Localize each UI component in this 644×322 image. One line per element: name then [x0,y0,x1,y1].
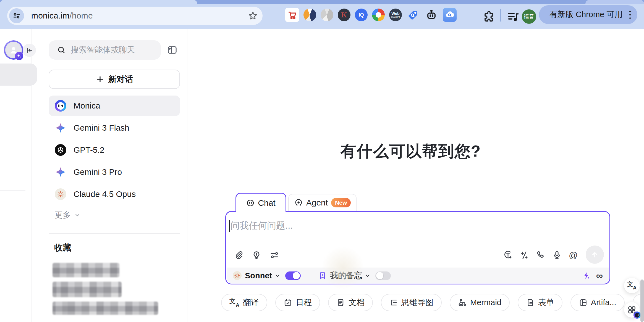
sidebar-item-gemini-flash[interactable]: Gemini 3 Flash [49,118,180,138]
collapse-sidebar-button[interactable] [23,44,36,57]
text-enhance-icon [503,250,513,260]
site-settings-button[interactable] [9,8,24,23]
extension-tag[interactable] [406,8,420,22]
model-label: Gemini 3 Flash [74,123,129,133]
gemini-star-icon [55,166,66,178]
claude-logo-icon [55,188,66,200]
memo-toggle[interactable] [375,271,391,280]
composer-placeholder: 问我任何问题... [231,220,293,232]
composer-left-tools [233,250,280,260]
cloud-search-icon [444,9,455,20]
bookmark-star-button[interactable] [248,10,258,21]
robot-icon [425,9,438,21]
extension-robot[interactable] [425,8,438,22]
extension-swirl-blue[interactable] [303,9,316,21]
chip-translate[interactable]: 文A 翻译 [221,294,267,311]
browser-profile-avatar[interactable]: 福音 [522,9,536,24]
model-label: Claude 4.5 Opus [74,189,136,199]
floating-translate-button[interactable]: 文A [624,278,640,293]
webchatgpt-label-2: ChatGPT [391,16,400,18]
new-chat-button[interactable]: 新对话 [49,70,180,89]
composer-input[interactable]: 问我任何问题... [229,220,293,232]
model-toggle[interactable] [285,271,301,280]
sidebar-item-gpt[interactable]: GPT-5.2 [49,140,180,160]
translate-icon: 文A [229,298,239,308]
panel-layout-icon [167,44,178,56]
sidebar-more-button[interactable]: 更多 [55,209,81,221]
sidebar-item-monica[interactable]: Monica [49,96,180,116]
chip-label: 文档 [349,297,365,308]
extension-cloud-search[interactable] [443,8,457,22]
extension-iq[interactable]: IQ [355,9,368,21]
extension-k[interactable]: K [338,9,350,21]
monica-logo-icon [55,100,66,112]
chip-mindmap[interactable]: 思维导图 [381,294,442,311]
memo-label[interactable]: 我的备忘 [330,270,362,281]
voice-input-button[interactable] [552,250,562,260]
flowchart-icon [458,298,467,307]
extension-webchatgpt[interactable]: Web ChatGPT [389,9,402,21]
chevron-down-icon [74,212,81,218]
extensions-menu-button[interactable] [482,10,496,23]
redacted-favorite-item[interactable] [53,302,158,315]
page-title: 有什么可以帮到您? [341,141,481,162]
media-queue-button[interactable] [507,10,520,23]
model-selector-label[interactable]: Sonnet [245,271,272,280]
attach-button[interactable] [233,250,244,260]
toggle-panel-button[interactable] [165,43,180,57]
call-button[interactable] [535,250,546,260]
puzzle-icon [482,10,496,23]
browser-tab-active[interactable] [0,0,197,4]
extension-colorwheel[interactable] [372,9,385,21]
extension-k-label: K [341,11,347,19]
redacted-favorite-item[interactable] [53,263,119,277]
sidebar-item-gemini-pro[interactable]: Gemini 3 Pro [49,162,180,182]
settings-sliders-button[interactable] [269,250,280,260]
chip-document[interactable]: 文档 [328,294,373,311]
browser-menu-icon[interactable] [629,11,631,19]
extension-swirl-gray[interactable] [321,9,333,21]
chip-label: Artifa... [591,298,616,307]
sparkle-icon [16,53,22,59]
chevron-down-icon[interactable] [274,272,281,279]
tab-chat-label: Chat [258,198,275,208]
gpt-logo-icon [55,144,66,156]
address-bar[interactable]: monica.im/home [7,7,263,25]
prompt-library-button[interactable] [519,250,530,260]
chip-schedule[interactable]: 日程 [275,294,320,311]
artifact-layout-icon [579,298,587,307]
url-path: /home [70,11,93,20]
tab-chat[interactable]: Chat [235,193,286,212]
floating-apps-button[interactable] [624,302,640,318]
sidebar-item-claude[interactable]: Claude 4.5 Opus [49,184,180,204]
url-text[interactable]: monica.im/home [31,11,93,20]
chip-form[interactable]: 表单 [518,294,562,311]
ideas-button[interactable] [251,250,262,260]
scrollbar-thumb[interactable] [640,279,644,322]
chip-label: Mermaid [470,298,501,307]
chevron-down-icon[interactable] [364,272,371,279]
extension-cart[interactable] [285,8,299,22]
chrome-update-button[interactable]: 有新版 Chrome 可用 [539,5,637,24]
mindmap-icon [389,298,398,307]
redacted-favorite-item[interactable] [53,282,122,297]
send-button[interactable] [586,246,604,264]
quick-action-chips: 文A 翻译 日程 文档 思维导图 [221,294,644,311]
tab-agent[interactable]: Agent New [288,194,357,211]
chip-artifacts[interactable]: Artifa... [570,294,625,311]
chat-composer[interactable]: 问我任何问题... [225,211,610,284]
chip-mermaid[interactable]: Mermaid [450,294,510,311]
document-icon [336,298,345,307]
search-input[interactable]: 搜索智能体或聊天 [49,40,161,60]
browser-tab-inactive[interactable] [585,0,644,4]
mention-button[interactable]: @ [568,250,578,260]
tab-agent-label: Agent [306,198,328,207]
toolbar-separator [500,9,501,22]
translate-icon: 文A [627,281,637,290]
phone-icon [536,250,546,260]
paperclip-icon [234,250,244,260]
text-enhance-button[interactable] [503,250,513,260]
extensions-row: K IQ Web ChatGPT [285,8,457,22]
redacted-rail-item[interactable] [0,64,37,86]
composer-bar-right: ∞ [582,271,603,280]
